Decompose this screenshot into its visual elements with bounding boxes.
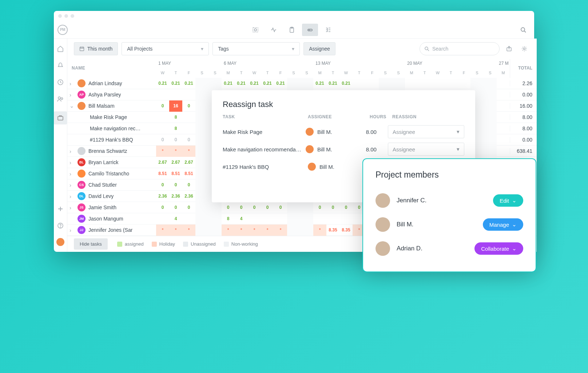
reassign-dropdown[interactable]: Assignee▾: [388, 143, 464, 156]
workload-cell[interactable]: 0: [313, 202, 326, 213]
view-icon-clipboard[interactable]: [284, 24, 300, 36]
workload-cell[interactable]: [300, 225, 313, 236]
workload-cell[interactable]: [470, 78, 484, 89]
expand-arrow-icon[interactable]: ⌄: [69, 103, 75, 109]
workload-cell[interactable]: [182, 123, 195, 134]
row-name-cell[interactable]: ›DLDavid Levy: [67, 192, 156, 200]
workload-cell[interactable]: [182, 112, 195, 123]
row-name-cell[interactable]: ⌄Bill Malsam: [67, 102, 156, 110]
workload-cell[interactable]: [195, 123, 208, 134]
workload-cell[interactable]: 2.36: [182, 191, 195, 202]
role-dropdown[interactable]: Edit⌄: [493, 194, 523, 207]
workload-cell[interactable]: [497, 146, 510, 157]
workload-cell[interactable]: 2.67: [156, 157, 169, 168]
export-icon[interactable]: [503, 43, 515, 55]
expand-arrow-icon[interactable]: ›: [69, 205, 75, 211]
workload-cell[interactable]: [418, 78, 431, 89]
search-input[interactable]: Search: [420, 42, 500, 55]
workload-cell[interactable]: [497, 100, 510, 112]
workload-cell[interactable]: *: [313, 225, 326, 236]
workload-cell[interactable]: 0: [326, 202, 339, 213]
workload-cell[interactable]: [326, 213, 339, 225]
workload-cell[interactable]: 0: [156, 100, 169, 112]
workload-cell[interactable]: [195, 112, 208, 123]
workload-cell[interactable]: 0.21: [274, 78, 287, 89]
workload-cell[interactable]: [287, 202, 300, 213]
workload-cell[interactable]: 16: [169, 100, 182, 112]
workload-cell[interactable]: [484, 112, 497, 123]
nav-help-icon[interactable]: [56, 221, 65, 230]
workload-cell[interactable]: 8.51: [182, 168, 195, 179]
workload-cell[interactable]: 0.21: [182, 78, 195, 89]
workload-cell[interactable]: [497, 78, 510, 89]
workload-cell[interactable]: [497, 89, 510, 100]
workload-cell[interactable]: 8.35: [326, 225, 339, 236]
workload-cell[interactable]: 0: [182, 179, 195, 191]
nav-time-icon[interactable]: [56, 78, 65, 87]
workload-cell[interactable]: 0.21: [235, 78, 248, 89]
workload-cell[interactable]: [195, 134, 208, 146]
workload-cell[interactable]: [195, 191, 208, 202]
row-name-cell[interactable]: ›JSJamie Smith: [67, 203, 156, 211]
row-name-cell[interactable]: ›BLBryan Larrick: [67, 158, 156, 166]
settings-icon[interactable]: [519, 43, 530, 55]
row-name-cell[interactable]: ›CSChad Stutler: [67, 181, 156, 189]
row-name-cell[interactable]: ›Camilo Tristancho: [67, 170, 156, 178]
workload-cell[interactable]: [208, 213, 222, 225]
assignee-filter-btn[interactable]: Assignee: [303, 42, 335, 55]
workload-cell[interactable]: *: [248, 225, 261, 236]
expand-arrow-icon[interactable]: ›: [69, 159, 75, 166]
workload-cell[interactable]: [195, 157, 208, 168]
workload-cell[interactable]: 4: [169, 213, 182, 225]
workload-cell[interactable]: [195, 202, 208, 213]
workload-cell[interactable]: [300, 78, 313, 89]
nav-add-icon[interactable]: [56, 205, 65, 213]
workload-cell[interactable]: *: [169, 146, 182, 157]
workload-cell[interactable]: [248, 213, 261, 225]
row-name-cell[interactable]: ›Brenna Schwartz: [67, 147, 156, 155]
workload-cell[interactable]: 0: [182, 134, 195, 146]
workload-cell[interactable]: [484, 123, 497, 134]
workload-cell[interactable]: *: [182, 146, 195, 157]
workload-cell[interactable]: [287, 213, 300, 225]
workload-cell[interactable]: 0: [248, 202, 261, 213]
workload-cell[interactable]: [195, 146, 208, 157]
workload-cell[interactable]: [300, 202, 313, 213]
workload-cell[interactable]: 0: [156, 179, 169, 191]
row-name-cell[interactable]: ›APAshya Parsley: [67, 91, 156, 99]
workload-cell[interactable]: 0.21: [222, 78, 235, 89]
workload-cell[interactable]: 8: [169, 123, 182, 134]
nav-home-icon[interactable]: [56, 44, 65, 53]
role-dropdown[interactable]: Manage⌄: [483, 218, 523, 231]
workload-cell[interactable]: 0.21: [156, 78, 169, 89]
workload-cell[interactable]: [156, 89, 169, 100]
expand-arrow-icon[interactable]: ›: [69, 148, 75, 154]
current-user-avatar[interactable]: [56, 238, 64, 246]
workload-cell[interactable]: 0: [182, 100, 195, 112]
workload-cell[interactable]: [339, 213, 353, 225]
workload-cell[interactable]: *: [235, 225, 248, 236]
workload-cell[interactable]: *: [169, 225, 182, 236]
workload-cell[interactable]: [208, 225, 222, 236]
workload-cell[interactable]: [156, 123, 169, 134]
workload-cell[interactable]: [195, 78, 208, 89]
workload-cell[interactable]: [484, 89, 497, 100]
workload-cell[interactable]: [444, 78, 457, 89]
workload-cell[interactable]: [182, 89, 195, 100]
workload-cell[interactable]: *: [222, 225, 235, 236]
workload-cell[interactable]: [484, 100, 497, 112]
expand-arrow-icon[interactable]: ›: [69, 193, 75, 199]
workload-cell[interactable]: 0: [222, 202, 235, 213]
workload-cell[interactable]: 8.35: [339, 225, 353, 236]
workload-cell[interactable]: 0: [235, 202, 248, 213]
row-name-cell[interactable]: Make navigation rec…: [67, 126, 156, 131]
workload-cell[interactable]: *: [156, 146, 169, 157]
workload-cell[interactable]: [366, 78, 379, 89]
tags-dropdown[interactable]: Tags ▾: [212, 42, 300, 55]
workload-cell[interactable]: [392, 78, 405, 89]
workload-cell[interactable]: 0: [261, 202, 274, 213]
workload-cell[interactable]: 0: [169, 179, 182, 191]
row-name-cell[interactable]: Make Risk Page: [67, 114, 156, 120]
workload-cell[interactable]: 0.21: [248, 78, 261, 89]
workload-cell[interactable]: *: [274, 225, 287, 236]
